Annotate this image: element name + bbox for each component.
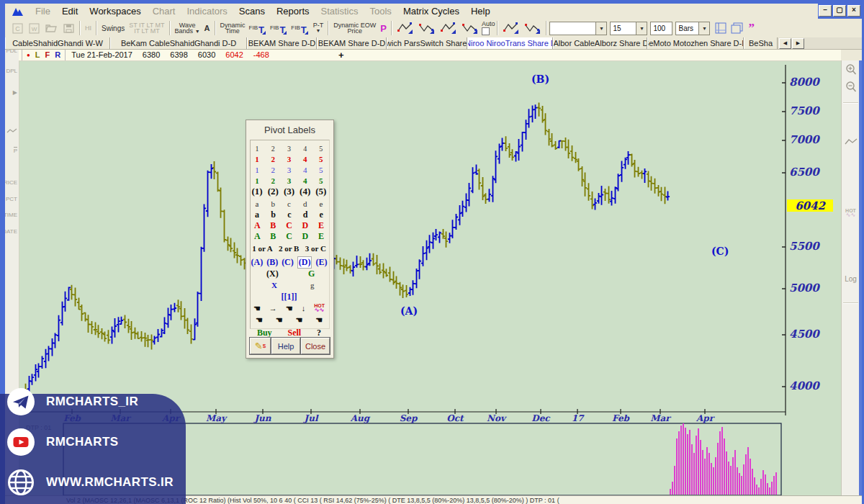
- pivot-label-option[interactable]: [[1]]: [282, 292, 297, 302]
- pivot-label-option[interactable]: 1: [256, 145, 259, 153]
- sidebar-item-p[interactable]: P: [14, 147, 17, 154]
- close-button[interactable]: Close: [301, 338, 330, 354]
- pivot-label-option[interactable]: (1): [252, 186, 263, 197]
- pivot-label-option[interactable]: 3: [287, 155, 292, 163]
- menu-item-workspaces[interactable]: Workspaces: [84, 4, 146, 18]
- pivot-label-option[interactable]: ☚: [295, 315, 302, 325]
- pivot-label-option[interactable]: ?: [317, 328, 321, 338]
- chevron-down-icon[interactable]: ▼: [636, 22, 647, 35]
- tab-scroll-left-button[interactable]: ◀: [779, 38, 791, 49]
- pivot-label-option[interactable]: (X): [266, 269, 279, 279]
- pivot-label-option[interactable]: d: [303, 210, 308, 220]
- pivot-label-option[interactable]: ☚: [256, 315, 263, 325]
- pivot-label-option[interactable]: 1: [255, 155, 259, 163]
- pivot-label-option[interactable]: d: [303, 199, 307, 208]
- chevron-down-icon[interactable]: ▼: [595, 22, 606, 35]
- pivot-label-option[interactable]: ☚: [315, 315, 323, 325]
- wave-tool-3-icon[interactable]: [438, 21, 459, 35]
- pivot-label-option[interactable]: Sell: [288, 328, 302, 338]
- dynamic-time-button[interactable]: DynamicTime: [218, 21, 248, 35]
- new-workspace-icon[interactable]: W: [26, 21, 42, 35]
- hi-button[interactable]: HI: [83, 21, 94, 35]
- tab-beswich[interactable]: BeSwich ParsSwitch Share D-D: [387, 37, 467, 49]
- eow-p-button[interactable]: P: [378, 21, 389, 35]
- style-combobox[interactable]: Bars▼: [675, 22, 710, 35]
- fib-time-1-button[interactable]: FIBT: [248, 21, 266, 35]
- pivot-label-option[interactable]: 4: [303, 145, 307, 153]
- auto-checkbox[interactable]: Auto: [482, 21, 495, 35]
- pivot-label-option[interactable]: B: [270, 231, 276, 242]
- menu-item-scans[interactable]: Scans: [233, 4, 271, 18]
- wave-tool-5-icon[interactable]: [500, 21, 522, 35]
- wave-bands-button[interactable]: WaveBands ▼: [173, 21, 202, 35]
- pivot-label-option[interactable]: (B): [266, 257, 278, 268]
- pivot-label-option[interactable]: 5: [319, 145, 323, 153]
- sidebar-arrow-icon[interactable]: ▶: [13, 89, 17, 96]
- dynamic-eow-price-button[interactable]: Dynamic EOWPrice: [331, 21, 378, 35]
- pivot-label-option[interactable]: 4: [303, 155, 307, 163]
- pivot-label-option[interactable]: X: [271, 281, 277, 289]
- interval-combobox[interactable]: 15▼: [610, 22, 647, 35]
- crosshair-icon[interactable]: +: [338, 50, 344, 60]
- pivot-label-option[interactable]: g: [310, 281, 315, 289]
- fib-time-2-button[interactable]: FIBT: [269, 21, 287, 35]
- pivot-label-option[interactable]: C: [286, 220, 292, 231]
- panel-zigzag-icon[interactable]: [842, 138, 860, 145]
- fib-time-3-button[interactable]: FIBT: [289, 21, 307, 35]
- pivot-label-option[interactable]: E: [318, 220, 324, 231]
- pivot-label-option[interactable]: D: [302, 220, 309, 231]
- pivot-label-option[interactable]: a: [255, 210, 259, 220]
- pivot-label-option[interactable]: (E): [315, 257, 327, 268]
- tab-beniroo[interactable]: BeNiroo NirooTrans Share D-D: [467, 37, 553, 49]
- r-button[interactable]: R: [55, 50, 60, 59]
- pivot-label-option[interactable]: 3: [287, 166, 292, 174]
- pivot-label-option[interactable]: e: [320, 210, 323, 220]
- zoom-out-icon[interactable]: [842, 81, 860, 93]
- pivot-label-option[interactable]: a: [256, 199, 259, 208]
- pivot-label-option[interactable]: 1: [255, 166, 259, 174]
- minimize-button[interactable]: –: [819, 5, 832, 17]
- pivot-label-option[interactable]: 2 or B: [279, 244, 300, 253]
- f-button[interactable]: F: [45, 50, 50, 59]
- save-icon[interactable]: [60, 21, 77, 35]
- pivot-label-option[interactable]: Buy: [257, 328, 272, 338]
- pivot-label-option[interactable]: b: [271, 199, 275, 208]
- menu-item-chart[interactable]: Chart: [147, 4, 181, 18]
- open-icon[interactable]: [42, 21, 60, 35]
- menu-item-matrix-cycles[interactable]: Matrix Cycles: [397, 4, 465, 18]
- pivot-label-option[interactable]: 2: [271, 155, 276, 163]
- chevron-down-icon[interactable]: ▼: [698, 22, 709, 35]
- pivot-label-option[interactable]: 5: [319, 166, 323, 174]
- symbol-combobox[interactable]: ▼: [549, 22, 607, 35]
- help-button[interactable]: Help: [271, 338, 300, 354]
- pivot-label-option[interactable]: 1: [255, 176, 259, 185]
- pivot-label-option[interactable]: ↓: [302, 304, 306, 312]
- pivot-label-option[interactable]: G: [308, 269, 315, 279]
- log-scale-button[interactable]: Log: [842, 275, 860, 283]
- pivot-label-option[interactable]: 3: [287, 176, 292, 185]
- pencil-tool-button[interactable]: ✎$: [250, 338, 271, 354]
- menu-item-reports[interactable]: Reports: [271, 4, 315, 18]
- pivot-label-option[interactable]: 1 or A: [252, 244, 273, 253]
- wave-tool-6-icon[interactable]: [522, 21, 544, 35]
- pivot-label-option[interactable]: b: [271, 210, 276, 220]
- close-button[interactable]: ×: [847, 5, 860, 17]
- tab-besha[interactable]: BeSha: [744, 37, 778, 49]
- bars-count-input[interactable]: 100: [650, 22, 672, 35]
- new-chart-icon[interactable]: C: [9, 21, 26, 35]
- pivot-label-option[interactable]: (2): [268, 186, 279, 197]
- tab-bekam[interactable]: BEKAM Share D-D: [247, 37, 317, 49]
- menu-item-statistics[interactable]: Statistics: [315, 4, 364, 18]
- pivot-label-option[interactable]: c: [287, 199, 291, 208]
- menu-item-tools[interactable]: Tools: [364, 4, 397, 18]
- menu-item-file[interactable]: File: [30, 4, 56, 18]
- hot-list-icon[interactable]: HOT∿∿: [842, 209, 860, 217]
- sidebar-item-pct[interactable]: PCT: [6, 196, 17, 202]
- grid-view-icon[interactable]: [713, 21, 729, 35]
- menu-item-help[interactable]: Help: [465, 4, 496, 18]
- tab-scroll-right-button[interactable]: ▶: [792, 38, 804, 49]
- pivot-label-option[interactable]: (C): [282, 257, 294, 268]
- wave-tool-1-icon[interactable]: [395, 21, 416, 35]
- pivot-label-option[interactable]: (5): [315, 186, 326, 197]
- sidebar-zigzag-icon[interactable]: [6, 128, 17, 135]
